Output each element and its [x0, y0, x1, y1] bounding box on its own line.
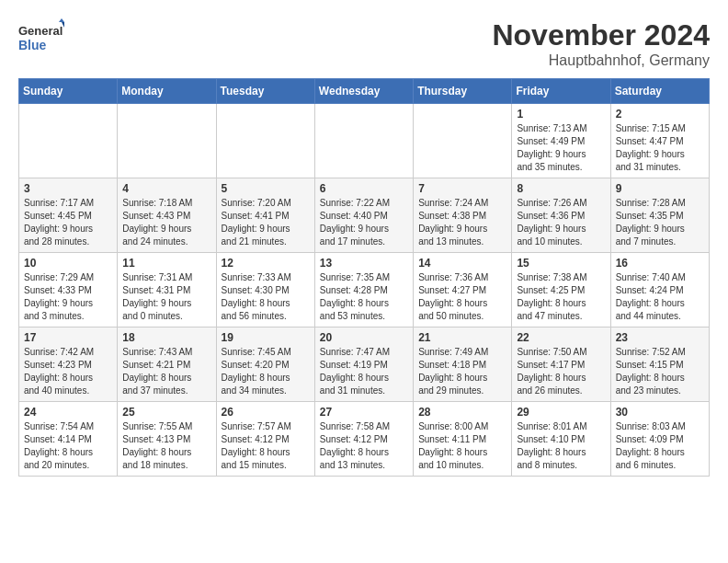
- day-number: 26: [222, 406, 310, 419]
- calendar-cell: 9Sunrise: 7:28 AM Sunset: 4:35 PM Daylig…: [610, 178, 709, 253]
- day-info: Sunrise: 7:13 AM Sunset: 4:49 PM Dayligh…: [517, 122, 605, 174]
- day-number: 27: [320, 406, 408, 419]
- calendar-cell: 3Sunrise: 7:17 AM Sunset: 4:45 PM Daylig…: [19, 178, 118, 253]
- day-info: Sunrise: 7:43 AM Sunset: 4:21 PM Dayligh…: [122, 346, 210, 397]
- day-number: 25: [122, 406, 210, 419]
- calendar-cell: [118, 104, 216, 178]
- calendar-week-row: 24Sunrise: 7:54 AM Sunset: 4:14 PM Dayli…: [19, 402, 710, 477]
- day-number: 18: [122, 331, 210, 344]
- day-info: Sunrise: 7:35 AM Sunset: 4:28 PM Dayligh…: [320, 271, 408, 323]
- day-info: Sunrise: 8:00 AM Sunset: 4:11 PM Dayligh…: [418, 420, 506, 472]
- title-area: November 2024 Hauptbahnhof, Germany: [492, 18, 710, 69]
- day-info: Sunrise: 7:36 AM Sunset: 4:27 PM Dayligh…: [418, 271, 506, 323]
- weekday-header-row: SundayMondayTuesdayWednesdayThursdayFrid…: [19, 79, 710, 104]
- day-number: 3: [24, 182, 112, 195]
- day-number: 10: [24, 257, 112, 270]
- calendar-cell: [216, 104, 314, 178]
- calendar-cell: 13Sunrise: 7:35 AM Sunset: 4:28 PM Dayli…: [314, 253, 413, 327]
- day-info: Sunrise: 7:49 AM Sunset: 4:18 PM Dayligh…: [418, 346, 506, 397]
- day-number: 8: [517, 182, 605, 195]
- calendar-week-row: 17Sunrise: 7:42 AM Sunset: 4:23 PM Dayli…: [19, 327, 710, 402]
- calendar-week-row: 3Sunrise: 7:17 AM Sunset: 4:45 PM Daylig…: [19, 178, 710, 253]
- day-number: 2: [616, 108, 704, 121]
- calendar-cell: 1Sunrise: 7:13 AM Sunset: 4:49 PM Daylig…: [512, 104, 610, 178]
- day-info: Sunrise: 7:18 AM Sunset: 4:43 PM Dayligh…: [122, 197, 210, 248]
- logo-svg: General Blue: [18, 18, 64, 59]
- calendar-body: 1Sunrise: 7:13 AM Sunset: 4:49 PM Daylig…: [19, 104, 710, 477]
- day-number: 11: [122, 257, 210, 270]
- calendar-cell: 16Sunrise: 7:40 AM Sunset: 4:24 PM Dayli…: [610, 253, 709, 327]
- calendar-cell: [19, 104, 118, 178]
- weekday-header-cell: Wednesday: [314, 79, 413, 104]
- calendar-cell: 19Sunrise: 7:45 AM Sunset: 4:20 PM Dayli…: [216, 327, 314, 402]
- day-info: Sunrise: 7:15 AM Sunset: 4:47 PM Dayligh…: [616, 122, 704, 174]
- day-info: Sunrise: 7:33 AM Sunset: 4:30 PM Dayligh…: [222, 271, 310, 323]
- calendar-cell: 30Sunrise: 8:03 AM Sunset: 4:09 PM Dayli…: [610, 402, 709, 477]
- day-number: 6: [320, 182, 408, 195]
- calendar-cell: 27Sunrise: 7:58 AM Sunset: 4:12 PM Dayli…: [314, 402, 413, 477]
- calendar-cell: 25Sunrise: 7:55 AM Sunset: 4:13 PM Dayli…: [118, 402, 216, 477]
- day-number: 14: [418, 257, 506, 270]
- day-number: 5: [222, 182, 310, 195]
- calendar-cell: 20Sunrise: 7:47 AM Sunset: 4:19 PM Dayli…: [314, 327, 413, 402]
- calendar-cell: 2Sunrise: 7:15 AM Sunset: 4:47 PM Daylig…: [610, 104, 709, 178]
- day-info: Sunrise: 7:52 AM Sunset: 4:15 PM Dayligh…: [616, 346, 704, 397]
- month-title: November 2024: [492, 18, 710, 52]
- calendar-cell: 15Sunrise: 7:38 AM Sunset: 4:25 PM Dayli…: [512, 253, 610, 327]
- calendar-cell: [314, 104, 413, 178]
- day-info: Sunrise: 7:31 AM Sunset: 4:31 PM Dayligh…: [122, 271, 210, 323]
- day-number: 22: [517, 331, 605, 344]
- calendar-cell: 18Sunrise: 7:43 AM Sunset: 4:21 PM Dayli…: [118, 327, 216, 402]
- svg-text:General: General: [18, 24, 63, 38]
- day-info: Sunrise: 8:01 AM Sunset: 4:10 PM Dayligh…: [517, 420, 605, 472]
- day-info: Sunrise: 7:40 AM Sunset: 4:24 PM Dayligh…: [616, 271, 704, 323]
- weekday-header-cell: Monday: [118, 79, 216, 104]
- day-number: 13: [320, 257, 408, 270]
- calendar-cell: [414, 104, 512, 178]
- calendar-cell: 11Sunrise: 7:31 AM Sunset: 4:31 PM Dayli…: [118, 253, 216, 327]
- day-info: Sunrise: 7:45 AM Sunset: 4:20 PM Dayligh…: [222, 346, 310, 397]
- calendar-cell: 7Sunrise: 7:24 AM Sunset: 4:38 PM Daylig…: [414, 178, 512, 253]
- day-info: Sunrise: 7:55 AM Sunset: 4:13 PM Dayligh…: [122, 420, 210, 472]
- weekday-header-cell: Thursday: [414, 79, 512, 104]
- day-number: 21: [418, 331, 506, 344]
- day-number: 16: [616, 257, 704, 270]
- calendar-cell: 23Sunrise: 7:52 AM Sunset: 4:15 PM Dayli…: [610, 327, 709, 402]
- calendar-week-row: 1Sunrise: 7:13 AM Sunset: 4:49 PM Daylig…: [19, 104, 710, 178]
- day-info: Sunrise: 7:57 AM Sunset: 4:12 PM Dayligh…: [222, 420, 310, 472]
- weekday-header-cell: Tuesday: [216, 79, 314, 104]
- day-number: 17: [24, 331, 112, 344]
- day-number: 9: [616, 182, 704, 195]
- day-number: 4: [122, 182, 210, 195]
- calendar-cell: 12Sunrise: 7:33 AM Sunset: 4:30 PM Dayli…: [216, 253, 314, 327]
- calendar-cell: 17Sunrise: 7:42 AM Sunset: 4:23 PM Dayli…: [19, 327, 118, 402]
- calendar-cell: 14Sunrise: 7:36 AM Sunset: 4:27 PM Dayli…: [414, 253, 512, 327]
- day-info: Sunrise: 7:54 AM Sunset: 4:14 PM Dayligh…: [24, 420, 112, 472]
- weekday-header-cell: Sunday: [19, 79, 118, 104]
- calendar-cell: 5Sunrise: 7:20 AM Sunset: 4:41 PM Daylig…: [216, 178, 314, 253]
- day-info: Sunrise: 7:47 AM Sunset: 4:19 PM Dayligh…: [320, 346, 408, 397]
- day-info: Sunrise: 7:42 AM Sunset: 4:23 PM Dayligh…: [24, 346, 112, 397]
- day-number: 19: [222, 331, 310, 344]
- location: Hauptbahnhof, Germany: [492, 52, 710, 69]
- day-info: Sunrise: 7:20 AM Sunset: 4:41 PM Dayligh…: [222, 197, 310, 248]
- calendar-cell: 24Sunrise: 7:54 AM Sunset: 4:14 PM Dayli…: [19, 402, 118, 477]
- day-number: 23: [616, 331, 704, 344]
- day-info: Sunrise: 8:03 AM Sunset: 4:09 PM Dayligh…: [616, 420, 704, 472]
- day-info: Sunrise: 7:29 AM Sunset: 4:33 PM Dayligh…: [24, 271, 112, 323]
- day-info: Sunrise: 7:17 AM Sunset: 4:45 PM Dayligh…: [24, 197, 112, 248]
- day-info: Sunrise: 7:28 AM Sunset: 4:35 PM Dayligh…: [616, 197, 704, 248]
- day-number: 7: [418, 182, 506, 195]
- day-number: 29: [517, 406, 605, 419]
- logo: General Blue: [18, 18, 64, 59]
- day-info: Sunrise: 7:58 AM Sunset: 4:12 PM Dayligh…: [320, 420, 408, 472]
- calendar-cell: 26Sunrise: 7:57 AM Sunset: 4:12 PM Dayli…: [216, 402, 314, 477]
- calendar-cell: 21Sunrise: 7:49 AM Sunset: 4:18 PM Dayli…: [414, 327, 512, 402]
- svg-marker-2: [59, 18, 64, 22]
- day-number: 15: [517, 257, 605, 270]
- weekday-header-cell: Friday: [512, 79, 610, 104]
- header: General Blue November 2024 Hauptbahnhof,…: [18, 18, 710, 69]
- day-info: Sunrise: 7:50 AM Sunset: 4:17 PM Dayligh…: [517, 346, 605, 397]
- day-info: Sunrise: 7:22 AM Sunset: 4:40 PM Dayligh…: [320, 197, 408, 248]
- day-number: 30: [616, 406, 704, 419]
